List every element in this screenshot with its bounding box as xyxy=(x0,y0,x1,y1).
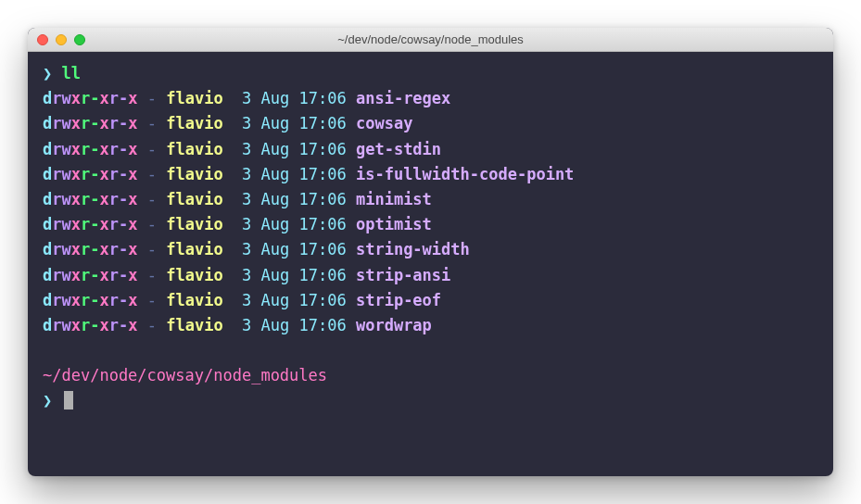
date: 3 Aug 17:06 xyxy=(242,114,347,132)
perm-r: r- xyxy=(109,140,128,158)
entry-name: minimist xyxy=(356,190,432,208)
directory-listing: drwxr-xr-x - flavio 3 Aug 17:06 ansi-reg… xyxy=(43,86,818,338)
perm-rw: rw xyxy=(52,140,70,158)
perm-r: r- xyxy=(109,215,128,233)
prompt-symbol: ❯ xyxy=(43,391,52,410)
traffic-lights xyxy=(37,34,85,45)
command-line: ❯ ll xyxy=(43,61,818,86)
perm-x: x xyxy=(99,190,108,208)
date: 3 Aug 17:06 xyxy=(242,240,347,258)
entry-name: wordwrap xyxy=(356,316,432,334)
window-title: ~/dev/node/cowsay/node_modules xyxy=(337,32,524,46)
dash: - xyxy=(147,291,157,309)
prompt-symbol: ❯ xyxy=(43,64,52,82)
perm-r: r- xyxy=(81,140,99,158)
dash: - xyxy=(147,89,157,107)
perm-x: x xyxy=(99,140,108,158)
date: 3 Aug 17:06 xyxy=(242,215,347,233)
terminal-body[interactable]: ❯ ll drwxr-xr-x - flavio 3 Aug 17:06 ans… xyxy=(28,52,833,476)
date: 3 Aug 17:06 xyxy=(242,266,347,284)
entry-name: strip-eof xyxy=(356,291,441,309)
perm-x: x xyxy=(128,114,137,132)
perm-x: x xyxy=(128,316,137,334)
perm-d: d xyxy=(43,140,52,158)
perm-r: r- xyxy=(81,240,99,258)
entry-name: ansi-regex xyxy=(356,89,450,107)
perm-x: x xyxy=(128,266,137,284)
perm-d: d xyxy=(43,240,52,258)
minimize-icon[interactable] xyxy=(56,34,67,45)
perm-rw: rw xyxy=(52,89,70,107)
owner: flavio xyxy=(166,89,222,107)
perm-rw: rw xyxy=(52,190,70,208)
perm-r: r- xyxy=(109,165,128,183)
perm-r: r- xyxy=(109,190,128,208)
perm-x: x xyxy=(128,140,137,158)
list-item: drwxr-xr-x - flavio 3 Aug 17:06 strip-eo… xyxy=(43,288,818,313)
owner: flavio xyxy=(166,316,222,334)
list-item: drwxr-xr-x - flavio 3 Aug 17:06 wordwrap xyxy=(43,313,818,338)
dash: - xyxy=(147,240,157,258)
list-item: drwxr-xr-x - flavio 3 Aug 17:06 cowsay xyxy=(43,111,818,136)
perm-x: x xyxy=(71,89,81,107)
perm-rw: rw xyxy=(52,114,70,132)
date: 3 Aug 17:06 xyxy=(242,89,347,107)
perm-x: x xyxy=(71,165,81,183)
close-icon[interactable] xyxy=(37,34,48,45)
perm-r: r- xyxy=(109,240,128,258)
list-item: drwxr-xr-x - flavio 3 Aug 17:06 ansi-reg… xyxy=(43,86,818,111)
list-item: drwxr-xr-x - flavio 3 Aug 17:06 minimist xyxy=(43,187,818,212)
perm-x: x xyxy=(99,114,108,132)
perm-r: r- xyxy=(109,266,128,284)
perm-x: x xyxy=(128,89,137,107)
perm-x: x xyxy=(71,140,81,158)
perm-x: x xyxy=(99,240,108,258)
date: 3 Aug 17:06 xyxy=(242,316,347,334)
perm-x: x xyxy=(71,316,81,334)
perm-x: x xyxy=(128,190,137,208)
owner: flavio xyxy=(166,190,222,208)
perm-d: d xyxy=(43,266,52,284)
perm-x: x xyxy=(71,114,81,132)
dash: - xyxy=(147,215,157,233)
perm-rw: rw xyxy=(52,291,70,309)
perm-r: r- xyxy=(81,291,99,309)
dash: - xyxy=(147,316,157,334)
perm-x: x xyxy=(71,291,81,309)
perm-r: r- xyxy=(81,190,99,208)
title-bar[interactable]: ~/dev/node/cowsay/node_modules xyxy=(28,28,833,52)
perm-x: x xyxy=(128,165,137,183)
perm-x: x xyxy=(99,165,108,183)
blank-line xyxy=(43,338,818,363)
perm-d: d xyxy=(43,114,52,132)
perm-x: x xyxy=(71,190,81,208)
perm-rw: rw xyxy=(52,316,70,334)
perm-x: x xyxy=(99,215,108,233)
perm-x: x xyxy=(71,215,81,233)
perm-rw: rw xyxy=(52,165,70,183)
command-text: ll xyxy=(62,64,81,82)
perm-rw: rw xyxy=(52,240,70,258)
maximize-icon[interactable] xyxy=(74,34,85,45)
perm-r: r- xyxy=(81,165,99,183)
entry-name: string-width xyxy=(356,240,470,258)
perm-x: x xyxy=(99,291,108,309)
perm-d: d xyxy=(43,165,52,183)
perm-r: r- xyxy=(109,316,128,334)
dash: - xyxy=(147,266,157,284)
date: 3 Aug 17:06 xyxy=(242,291,347,309)
date: 3 Aug 17:06 xyxy=(242,165,347,183)
entry-name: strip-ansi xyxy=(356,266,450,284)
dash: - xyxy=(147,114,157,132)
perm-x: x xyxy=(99,89,108,107)
perm-rw: rw xyxy=(52,266,70,284)
dash: - xyxy=(147,190,157,208)
perm-x: x xyxy=(99,266,108,284)
owner: flavio xyxy=(166,215,222,233)
terminal-window: ~/dev/node/cowsay/node_modules ❯ ll drwx… xyxy=(28,28,833,476)
cwd-line: ~/dev/node/cowsay/node_modules xyxy=(43,363,818,388)
perm-r: r- xyxy=(81,215,99,233)
perm-r: r- xyxy=(81,316,99,334)
list-item: drwxr-xr-x - flavio 3 Aug 17:06 get-stdi… xyxy=(43,137,818,162)
entry-name: is-fullwidth-code-point xyxy=(356,165,574,183)
